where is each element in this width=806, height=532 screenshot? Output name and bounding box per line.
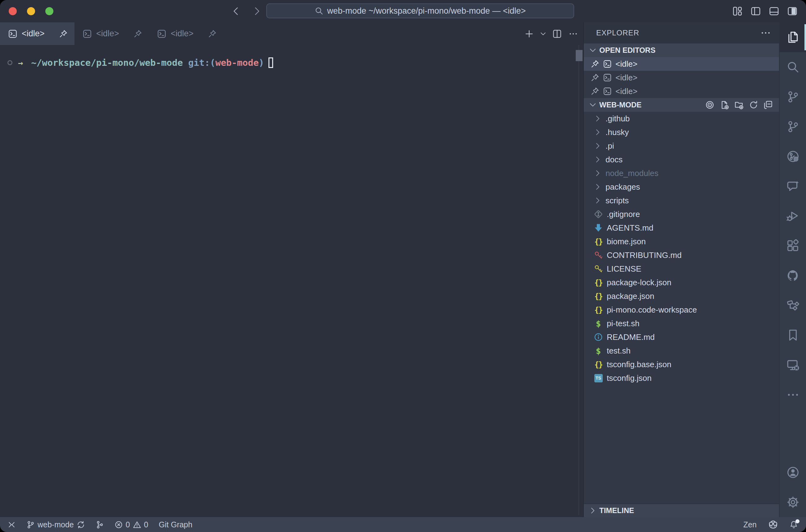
terminal-more-actions-button[interactable] — [567, 27, 580, 41]
file-row[interactable]: TStsconfig.json — [584, 371, 779, 385]
activitybar-extensions[interactable] — [780, 231, 806, 261]
copilot-status-button[interactable] — [768, 519, 779, 530]
titlebar: web-mode ~/workspace/pi-mono/web-mode — … — [0, 0, 806, 22]
close-window-button[interactable] — [9, 7, 17, 15]
folder-row[interactable]: node_modules — [584, 166, 779, 180]
file-row[interactable]: {}package-lock.json — [584, 276, 779, 289]
minimize-window-button[interactable] — [27, 7, 35, 15]
zoom-window-button[interactable] — [45, 7, 53, 15]
file-row[interactable]: CONTRIBUTING.md — [584, 248, 779, 262]
git-graph-icon — [786, 120, 800, 133]
timeline-header[interactable]: TIMELINE — [584, 504, 779, 517]
terminal-scrollbar-thumb[interactable] — [576, 50, 582, 61]
bookmarks-icon — [786, 329, 800, 342]
toggle-secondary-sidebar-button[interactable] — [786, 5, 799, 17]
file-row[interactable]: {}biome.json — [584, 235, 779, 248]
typescript-icon: TS — [594, 374, 603, 382]
timeline-label: TIMELINE — [599, 506, 634, 515]
collapse-folders-button[interactable] — [764, 100, 773, 110]
split-terminal-button[interactable] — [550, 27, 564, 41]
command-center[interactable]: web-mode ~/workspace/pi-mono/web-mode — … — [266, 3, 574, 18]
git-graph-button[interactable]: Git Graph — [159, 520, 192, 529]
open-editor-item-1[interactable]: <idle> — [584, 57, 779, 71]
activitybar-search[interactable] — [780, 52, 806, 82]
chevron-down-icon — [589, 46, 597, 54]
activitybar-additional-views[interactable] — [780, 380, 806, 410]
activitybar-run-and-debug[interactable] — [780, 201, 806, 231]
project-section-header[interactable]: WEB-MODE — [584, 98, 779, 112]
folder-row[interactable]: .github — [584, 112, 779, 126]
key-icon — [594, 264, 603, 273]
folder-row[interactable]: .husky — [584, 126, 779, 139]
explorer-icon — [786, 31, 800, 44]
file-row[interactable]: {}tsconfig.base.json — [584, 358, 779, 371]
terminal-viewport[interactable]: → ~/workspace/pi-mono/web-mode git:( web… — [0, 45, 583, 517]
terminal-tab-2[interactable]: <idle> — [75, 22, 149, 45]
toggle-primary-sidebar-icon — [750, 6, 761, 16]
file-type-icon: $ — [594, 319, 603, 328]
terminal-profile-dropdown-button[interactable] — [538, 27, 548, 41]
open-editor-item-2[interactable]: <idle> — [584, 71, 779, 84]
activitybar-gitlens-inspect[interactable] — [780, 141, 806, 171]
open-editor-item-3[interactable]: <idle> — [584, 84, 779, 98]
file-row[interactable]: $test.sh — [584, 344, 779, 358]
toggle-primary-sidebar-button[interactable] — [749, 5, 762, 17]
locate-active-file-button[interactable] — [705, 100, 714, 110]
refresh-explorer-button[interactable] — [749, 100, 758, 110]
file-row[interactable]: .gitignore — [584, 207, 779, 221]
terminal-tab-1[interactable]: <idle> — [0, 22, 75, 45]
activitybar-gitlens-workspaces[interactable] — [780, 290, 806, 320]
chevron-right-icon — [594, 128, 602, 136]
file-row[interactable]: $pi-test.sh — [584, 317, 779, 330]
folder-row[interactable]: docs — [584, 153, 779, 166]
customize-layout-button[interactable] — [731, 5, 744, 17]
command-decoration-icon[interactable] — [7, 60, 13, 65]
warning-count: 0 — [144, 520, 148, 529]
file-type-icon: {} — [594, 305, 603, 315]
file-name: tsconfig.base.json — [607, 360, 671, 369]
activitybar-git-graph[interactable] — [780, 112, 806, 141]
folder-name: packages — [606, 182, 640, 192]
folder-row[interactable]: .pi — [584, 139, 779, 153]
notifications-button[interactable] — [790, 520, 798, 529]
chevron-right-icon — [589, 507, 597, 515]
file-row[interactable]: {}pi-mono.code-workspace — [584, 303, 779, 317]
file-row[interactable]: LICENSE — [584, 262, 779, 276]
activitybar-source-control[interactable] — [780, 82, 806, 112]
new-terminal-button[interactable] — [522, 27, 536, 41]
open-editors-header[interactable]: OPEN EDITORS — [584, 43, 779, 57]
toggle-panel-button[interactable] — [768, 5, 780, 17]
chevron-right-icon — [594, 169, 602, 177]
file-type-icon: $ — [594, 346, 603, 355]
history-forward-button[interactable] — [251, 5, 263, 17]
warning-icon — [133, 520, 141, 529]
terminal-tab-3[interactable]: <idle> — [149, 22, 224, 45]
activitybar-remote-explorer[interactable] — [780, 350, 806, 380]
activitybar-github[interactable] — [780, 261, 806, 290]
activitybar-accounts[interactable] — [780, 457, 806, 487]
git-graph-status-icon-button[interactable] — [96, 520, 104, 529]
prompt-arrow: → — [18, 58, 23, 68]
file-row[interactable]: AGENTS.md — [584, 221, 779, 235]
new-file-button[interactable] — [720, 100, 729, 110]
file-row[interactable]: {}package.json — [584, 289, 779, 303]
file-row[interactable]: README.md — [584, 330, 779, 344]
problems-status[interactable]: 0 0 — [115, 520, 148, 529]
terminal-cursor — [268, 57, 273, 68]
activitybar-bookmarks[interactable] — [780, 320, 806, 350]
folder-row[interactable]: packages — [584, 180, 779, 194]
zen-mode-button[interactable]: Zen — [743, 520, 757, 529]
new-folder-button[interactable] — [734, 100, 744, 110]
git-branch-status[interactable]: web-mode — [26, 520, 85, 529]
search-icon — [315, 6, 323, 15]
explorer-more-actions-icon[interactable] — [761, 27, 771, 38]
activitybar-settings[interactable] — [780, 487, 806, 517]
open-editor-label: <idle> — [615, 87, 637, 96]
new-terminal-icon — [524, 29, 534, 38]
history-back-button[interactable] — [230, 5, 242, 17]
activitybar-chat[interactable] — [780, 171, 806, 201]
folder-row[interactable]: scripts — [584, 194, 779, 207]
pin-icon — [133, 30, 142, 38]
remote-indicator[interactable] — [7, 520, 16, 529]
activitybar-explorer[interactable] — [780, 22, 806, 52]
